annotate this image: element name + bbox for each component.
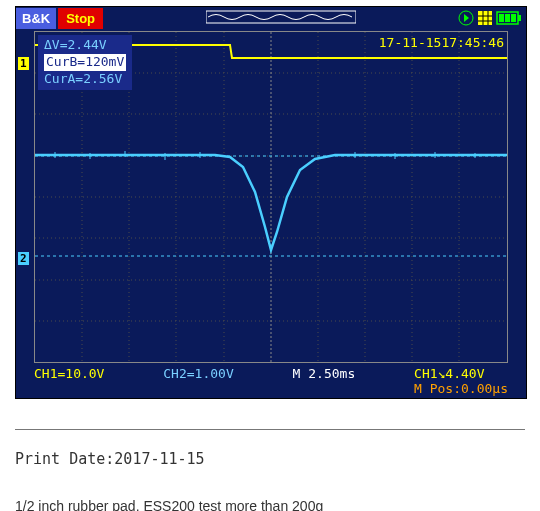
caption: 1/2 inch rubber pad. ESS200 test more th… xyxy=(15,498,525,511)
battery-icon xyxy=(496,11,522,25)
ch1-scale: CH1=10.0V xyxy=(34,366,104,396)
scope-footer: CH1=10.0V CH2=1.00V M 2.50ms CH1↘4.40V M… xyxy=(34,366,508,396)
m-pos: M Pos:0.00µs xyxy=(414,381,508,396)
svg-rect-0 xyxy=(206,11,356,23)
grid-icon[interactable] xyxy=(477,10,493,26)
waveform-plot: ΔV=2.44V CurB=120mV CurA=2.56V 17-11-151… xyxy=(34,31,508,363)
ch1-marker: 1 xyxy=(18,57,29,70)
play-icon[interactable] xyxy=(458,10,474,26)
topbar-icons xyxy=(458,10,526,26)
svg-rect-6 xyxy=(505,14,510,22)
brand-label: B&K xyxy=(16,8,56,29)
divider xyxy=(15,429,525,430)
cursor-a: CurA=2.56V xyxy=(44,71,126,88)
svg-rect-7 xyxy=(511,14,516,22)
topbar-waveform-icon xyxy=(103,10,458,26)
svg-rect-2 xyxy=(478,11,492,25)
delta-v: ΔV=2.44V xyxy=(44,37,126,54)
run-status[interactable]: Stop xyxy=(58,8,103,29)
ch2-scale: CH2=1.00V xyxy=(163,366,233,396)
svg-rect-5 xyxy=(499,14,504,22)
scope-topbar: B&K Stop xyxy=(16,7,526,29)
measurement-box: ΔV=2.44V CurB=120mV CurA=2.56V xyxy=(38,35,132,90)
cursor-b: CurB=120mV xyxy=(44,54,126,71)
ch2-marker: 2 xyxy=(18,252,29,265)
print-date: Print Date:2017-11-15 xyxy=(15,450,525,468)
oscilloscope-screen: B&K Stop 1 2 xyxy=(15,6,527,399)
ch1-trigger: CH1↘4.40V xyxy=(414,366,484,381)
svg-rect-4 xyxy=(518,15,521,21)
timebase: M 2.50ms xyxy=(293,366,356,396)
timestamp: 17-11-1517:45:46 xyxy=(379,35,504,50)
